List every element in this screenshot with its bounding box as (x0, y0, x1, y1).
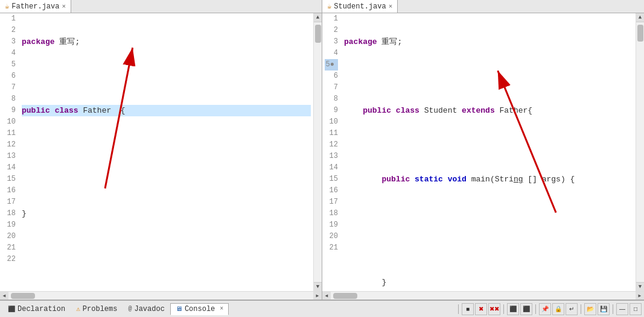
father-line-7 (22, 242, 311, 254)
stop-button[interactable]: ■ (462, 303, 474, 315)
father-tab-label: Father.java (11, 2, 59, 11)
status-tab-problems[interactable]: ⚠ Problems (71, 303, 123, 315)
status-tab-declaration[interactable]: ⬛ Declaration (2, 303, 71, 315)
father-tab-icon: ☕ (5, 2, 9, 11)
pin-console-button[interactable]: 📌 (539, 303, 551, 315)
toolbar-divider-4 (581, 304, 581, 314)
father-line-4 (22, 139, 311, 151)
student-scroll-down-btn[interactable]: ▼ (636, 282, 644, 291)
terminate-all-button[interactable]: ✖✖ (488, 303, 500, 315)
father-scroll-h-track (8, 292, 313, 300)
father-editor-pane: ☕ Father.java × 1 2 3 4 5 6 7 8 9 10 11 … (0, 0, 322, 300)
toolbar-right: ■ ✖ ✖✖ ⬛ ⬛ 📌 🔒 ↵ 📂 💾 — □ (456, 303, 642, 315)
student-tab[interactable]: ☕ Student.java × (322, 0, 398, 13)
father-scroll-track (314, 22, 322, 282)
father-scroll-thumb[interactable] (315, 25, 321, 43)
student-code-content[interactable]: package 重写; public class Student extends… (342, 13, 636, 291)
maximize-button[interactable]: □ (630, 303, 642, 315)
father-scrollbar-h[interactable]: ◀ ▶ (0, 291, 322, 300)
student-editor-pane: ☕ Student.java × 1 2 3 4 5● 6 7 8 9 10 1… (322, 0, 644, 300)
terminate-button[interactable]: ✖ (475, 303, 487, 315)
student-code-area: 1 2 3 4 5● 6 7 8 9 10 11 12 13 14 15 16 … (322, 13, 644, 291)
toolbar-divider-5 (613, 304, 613, 314)
student-line-1: package 重写; (344, 36, 633, 48)
father-scroll-up-btn[interactable]: ▲ (314, 13, 322, 22)
toolbar-divider-3 (535, 304, 536, 314)
father-code-content[interactable]: package 重写; public class Father { } (19, 13, 313, 291)
student-tab-icon: ☕ (327, 2, 331, 11)
student-scroll-h-track (331, 292, 636, 300)
declaration-label: Declaration (18, 305, 65, 313)
svg-line-1 (105, 48, 133, 189)
toolbar-divider-1 (458, 304, 459, 314)
remove-all-launches-button[interactable]: ⬛ (520, 303, 532, 315)
student-scroll-h-thumb[interactable] (333, 293, 357, 299)
minimize-button[interactable]: — (616, 303, 628, 315)
remove-launch-button[interactable]: ⬛ (507, 303, 519, 315)
javadoc-icon: @ (128, 306, 132, 312)
editors-area: ☕ Father.java × 1 2 3 4 5 6 7 8 9 10 11 … (0, 0, 644, 300)
problems-label: Problems (83, 305, 118, 313)
student-line-7 (344, 242, 633, 254)
father-scroll-down-btn[interactable]: ▼ (314, 282, 322, 291)
father-scroll-h-thumb[interactable] (11, 293, 35, 299)
father-scroll-right-btn[interactable]: ▶ (313, 292, 322, 300)
toolbar-divider-2 (503, 304, 504, 314)
father-line-5 (22, 174, 311, 185)
student-scrollbar-v[interactable]: ▲ ▼ (636, 13, 644, 291)
student-line-2 (344, 71, 633, 82)
student-line-4 (344, 139, 633, 151)
student-line-5: public static void main(String [] args) … (344, 174, 633, 185)
status-tab-console[interactable]: 🖥 Console × (170, 303, 229, 315)
javadoc-label: Javadoc (134, 305, 164, 313)
father-line-2 (22, 71, 311, 82)
save-console-button[interactable]: 💾 (598, 303, 610, 315)
student-tab-bar: ☕ Student.java × (322, 0, 644, 13)
father-tab-bar: ☕ Father.java × (0, 0, 322, 13)
student-scroll-up-btn[interactable]: ▲ (636, 13, 644, 22)
father-tab-close[interactable]: × (62, 3, 66, 10)
father-line-3: public class Father { (22, 105, 311, 116)
student-scroll-track (636, 22, 644, 282)
scroll-lock-button[interactable]: 🔒 (552, 303, 564, 315)
status-tab-javadoc[interactable]: @ Javadoc (123, 303, 170, 315)
father-code-area: 1 2 3 4 5 6 7 8 9 10 11 12 13 14 15 16 1… (0, 13, 322, 291)
student-scroll-right-btn[interactable]: ▶ (636, 292, 644, 300)
student-line-numbers: 1 2 3 4 5● 6 7 8 9 10 11 12 13 14 15 16 … (322, 13, 342, 291)
declaration-icon: ⬛ (8, 306, 15, 313)
console-tab-close[interactable]: × (220, 306, 223, 312)
console-label: Console (185, 305, 215, 313)
father-tab[interactable]: ☕ Father.java × (0, 0, 71, 13)
father-line-numbers: 1 2 3 4 5 6 7 8 9 10 11 12 13 14 15 16 1… (0, 13, 19, 291)
father-scrollbar-v[interactable]: ▲ ▼ (313, 13, 322, 291)
father-line-8 (22, 277, 311, 288)
father-line-6: } (22, 208, 311, 219)
open-console-button[interactable]: 📂 (584, 303, 596, 315)
student-line-3: public class Student extends Father{ (344, 105, 633, 116)
student-tab-close[interactable]: × (389, 3, 393, 10)
student-scrollbar-h[interactable]: ◀ ▶ (322, 291, 644, 300)
student-line-6 (344, 208, 633, 219)
father-scroll-left-btn[interactable]: ◀ (0, 292, 8, 300)
problems-icon: ⚠ (76, 305, 80, 313)
student-line-8: } (344, 277, 633, 288)
word-wrap-button[interactable]: ↵ (566, 303, 578, 315)
father-line-1: package 重写; (22, 36, 311, 48)
student-tab-label: Student.java (334, 2, 386, 11)
student-scroll-thumb[interactable] (637, 25, 643, 42)
status-bar: ⬛ Declaration ⚠ Problems @ Javadoc 🖥 Con… (0, 300, 644, 317)
student-scroll-left-btn[interactable]: ◀ (322, 292, 331, 300)
console-icon: 🖥 (176, 305, 182, 313)
